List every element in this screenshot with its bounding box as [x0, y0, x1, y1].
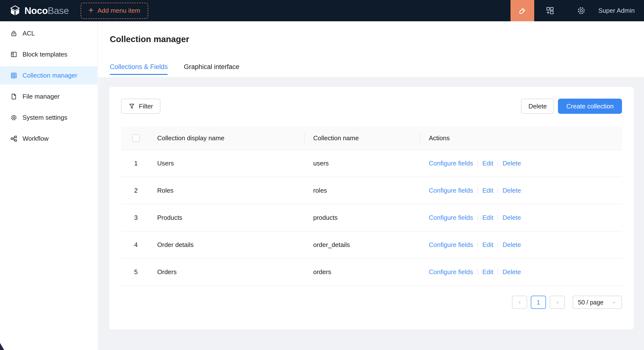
funnel-icon — [128, 103, 135, 110]
chevron-left-icon — [517, 299, 522, 305]
content-area: Filter Delete Create collection Collecti… — [98, 77, 644, 350]
action-divider — [498, 160, 498, 166]
table-row: 1 Users users Configure fieldsEditDelete — [121, 150, 622, 177]
filter-label: Filter — [139, 103, 153, 110]
nocobase-cube-icon — [9, 5, 21, 17]
sidebar-item-label: Collection manager — [22, 72, 77, 79]
sidebar-item-file-manager[interactable]: File manager — [0, 87, 97, 106]
cell-collection-name: order_details — [305, 231, 420, 258]
sidebar-item-label: Workflow — [22, 135, 48, 142]
file-icon — [10, 93, 17, 100]
action-divider — [478, 160, 478, 166]
table-row: 4 Order details order_details Configure … — [121, 231, 622, 258]
gear-icon — [577, 6, 586, 15]
sidebar-item-acl[interactable]: ACL — [0, 24, 97, 42]
configure-fields-link[interactable]: Configure fields — [429, 268, 473, 276]
tab-label: Graphical interface — [184, 63, 239, 71]
add-menu-item-button[interactable]: + Add menu item — [81, 3, 148, 19]
cell-collection-name: orders — [305, 258, 420, 286]
cell-collection-name: users — [305, 150, 420, 177]
cell-display-name: Products — [151, 204, 305, 231]
sidebar-item-workflow[interactable]: Workflow — [0, 130, 97, 148]
sidebar-item-system-settings[interactable]: System settings — [0, 108, 97, 127]
action-divider — [498, 187, 498, 194]
layout-icon — [10, 51, 17, 58]
tab-label: Collections & Fields — [110, 63, 168, 71]
configure-fields-link[interactable]: Configure fields — [429, 241, 473, 248]
action-divider — [498, 214, 498, 221]
user-menu[interactable]: Super Admin — [598, 7, 635, 15]
gear-icon — [10, 114, 17, 121]
grid-plus-icon — [546, 6, 554, 15]
row-index: 5 — [121, 258, 151, 286]
edit-link[interactable]: Edit — [482, 241, 494, 248]
chevron-down-icon — [611, 299, 616, 305]
configure-fields-link[interactable]: Configure fields — [429, 160, 473, 167]
delete-link[interactable]: Delete — [502, 214, 521, 221]
table-row: 2 Roles roles Configure fieldsEditDelete — [121, 177, 622, 204]
collections-card: Filter Delete Create collection Collecti… — [109, 87, 634, 329]
table-row: 3 Products products Configure fieldsEdit… — [121, 204, 622, 231]
edit-link[interactable]: Edit — [482, 268, 494, 276]
action-divider — [478, 242, 478, 248]
cell-actions: Configure fieldsEditDelete — [420, 150, 622, 177]
action-divider — [478, 214, 478, 221]
delete-link[interactable]: Delete — [502, 241, 521, 248]
delete-link[interactable]: Delete — [502, 187, 521, 194]
tab-collections-fields[interactable]: Collections & Fields — [110, 63, 168, 75]
workflow-icon — [10, 135, 17, 142]
tab-bar: Collections & Fields Graphical interface — [110, 63, 632, 75]
cell-display-name: Order details — [151, 231, 305, 258]
page-size-value: 50 / page — [578, 299, 604, 306]
cell-collection-name: products — [305, 204, 420, 231]
sidebar-item-block-templates[interactable]: Block templates — [0, 45, 97, 63]
action-divider — [478, 187, 478, 194]
cell-display-name: Roles — [151, 177, 305, 204]
pagination-prev-button[interactable] — [512, 296, 527, 309]
settings-button[interactable] — [566, 0, 597, 21]
filter-button[interactable]: Filter — [121, 99, 160, 114]
edit-link[interactable]: Edit — [482, 160, 494, 167]
topbar: NocoBase + Add menu item Super Admin — [0, 0, 644, 21]
nocobase-logo: NocoBase — [0, 5, 69, 17]
configure-fields-link[interactable]: Configure fields — [429, 214, 473, 221]
delete-button[interactable]: Delete — [521, 99, 554, 114]
configure-fields-link[interactable]: Configure fields — [429, 187, 473, 194]
brand-name-light: Base — [48, 6, 69, 16]
tab-graphical-interface[interactable]: Graphical interface — [184, 63, 239, 75]
plugins-button[interactable] — [534, 0, 566, 21]
sidebar-item-label: System settings — [22, 114, 68, 121]
column-header-actions: Actions — [420, 127, 622, 150]
row-index: 3 — [121, 204, 151, 231]
cell-collection-name: roles — [305, 177, 420, 204]
column-header-display-name: Collection display name — [151, 127, 305, 150]
action-divider — [478, 269, 478, 275]
page-size-select[interactable]: 50 / page — [572, 296, 622, 309]
action-divider — [498, 242, 498, 248]
collections-table: Collection display name Collection name … — [121, 127, 622, 286]
delete-link[interactable]: Delete — [502, 160, 521, 167]
edit-link[interactable]: Edit — [482, 187, 494, 194]
row-index: 1 — [121, 150, 151, 177]
pagination-next-button[interactable] — [550, 296, 565, 309]
table-toolbar: Filter Delete Create collection — [121, 99, 622, 114]
topbar-right: Super Admin — [510, 0, 644, 21]
cell-display-name: Orders — [151, 258, 305, 286]
row-index: 4 — [121, 231, 151, 258]
ui-editor-button[interactable] — [510, 0, 534, 21]
sidebar-item-label: Block templates — [22, 51, 68, 58]
cell-actions: Configure fieldsEditDelete — [420, 204, 622, 231]
action-divider — [498, 269, 498, 275]
table-header-row: Collection display name Collection name … — [121, 127, 622, 150]
pagination-page-1-button[interactable]: 1 — [531, 296, 546, 309]
brand-wordmark: NocoBase — [24, 6, 69, 16]
settings-sidebar: ACL Block templates Collection manager F… — [0, 21, 98, 350]
collection-icon — [10, 72, 17, 79]
create-collection-button[interactable]: Create collection — [558, 99, 622, 114]
select-all-checkbox[interactable] — [132, 134, 140, 142]
edit-link[interactable]: Edit — [482, 214, 494, 221]
add-menu-item-label: Add menu item — [98, 7, 140, 15]
sidebar-item-collection-manager[interactable]: Collection manager — [0, 66, 97, 85]
delete-link[interactable]: Delete — [502, 268, 521, 276]
sidebar-item-label: ACL — [22, 30, 35, 37]
